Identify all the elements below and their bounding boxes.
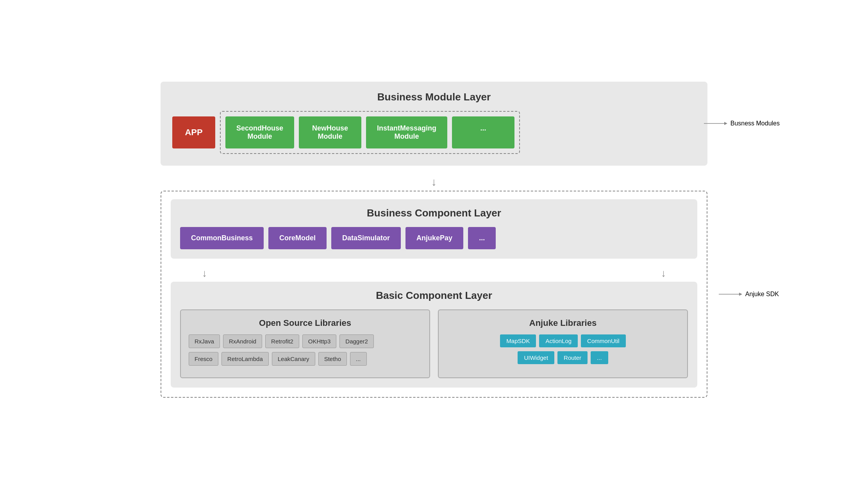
anjuke-row2: UIWidget Router ... [447, 351, 679, 364]
tag-leakcanary: LeakCanary [272, 352, 315, 366]
module-ellipsis: ... [452, 116, 514, 148]
open-source-title: Open Source Libraries [189, 318, 421, 328]
diagram-wrapper: Business Module Layer APP SecondHouseMod… [161, 82, 707, 398]
component-ellipsis: ... [468, 227, 496, 249]
component-anjukepay: AnjukePay [405, 227, 463, 249]
anjuke-sdk-wrapper: Anjuke SDK Business Component Layer Comm… [161, 191, 707, 398]
libraries-row: Open Source Libraries RxJava RxAndroid R… [180, 309, 688, 378]
module-secondhouse: SecondHouseModule [225, 116, 294, 148]
module-row: APP SecondHouseModule NewHouseModule Ins… [172, 111, 696, 154]
svg-marker-3 [739, 293, 742, 296]
business-module-annotation: Busness Modules [704, 120, 780, 127]
tag-dagger2: Dagger2 [339, 334, 374, 348]
arrow-line-icon [704, 121, 727, 126]
open-source-libraries-box: Open Source Libraries RxJava RxAndroid R… [180, 309, 430, 378]
anjuke-libraries-box: Anjuke Libraries MapSDK ActionLog Common… [438, 309, 688, 378]
basic-component-layer: Basic Component Layer Open Source Librar… [171, 282, 697, 388]
module-instantmessaging: InstantMessagingModule [366, 116, 447, 148]
arrows-row: ↓ ↓ [171, 265, 697, 282]
business-module-title: Business Module Layer [172, 91, 696, 103]
tag-open-ellipsis: ... [350, 352, 367, 366]
business-component-title: Business Component Layer [180, 207, 688, 219]
open-source-row1: RxJava RxAndroid Retrofit2 OKHttp3 Dagge… [189, 334, 421, 348]
dashed-modules-group: SecondHouseModule NewHouseModule Instant… [220, 111, 520, 154]
tag-mapsdk: MapSDK [500, 334, 536, 347]
anjuke-sdk-label: Anjuke SDK [745, 291, 779, 298]
tag-fresco: Fresco [189, 352, 218, 366]
open-source-row2: Fresco RetroLambda LeakCanary Stetho ... [189, 352, 421, 366]
tag-retrolambda: RetroLambda [221, 352, 269, 366]
tag-router: Router [557, 351, 588, 364]
tag-okhttp3: OKHttp3 [302, 334, 337, 348]
component-coremodel: CoreModel [268, 227, 327, 249]
tag-retrofit2: Retrofit2 [265, 334, 299, 348]
basic-component-title: Basic Component Layer [180, 290, 688, 302]
arrow-line-icon-2 [719, 291, 742, 297]
tag-rxjava: RxJava [189, 334, 220, 348]
anjuke-sdk-annotation: Anjuke SDK [719, 291, 779, 298]
business-modules-label: Busness Modules [730, 120, 780, 127]
component-datasimulator: DataSimulator [331, 227, 401, 249]
anjuke-row1: MapSDK ActionLog CommonUtil [447, 334, 679, 347]
module-newhouse: NewHouseModule [299, 116, 361, 148]
tag-stetho: Stetho [318, 352, 347, 366]
tag-anjuke-ellipsis: ... [591, 351, 608, 364]
component-row: CommonBusiness CoreModel DataSimulator A… [180, 227, 688, 249]
anjuke-libraries-title: Anjuke Libraries [447, 318, 679, 328]
arrow-down-1: ↓ [161, 177, 707, 188]
tag-actionlog: ActionLog [539, 334, 578, 347]
svg-marker-1 [724, 122, 727, 125]
business-module-layer: Business Module Layer APP SecondHouseMod… [161, 82, 707, 166]
arrow-down-left: ↓ [202, 265, 207, 282]
business-component-layer: Business Component Layer CommonBusiness … [171, 199, 697, 259]
arrow-down-right: ↓ [661, 265, 666, 282]
tag-commonutil: CommonUtil [581, 334, 626, 347]
component-commonbusiness: CommonBusiness [180, 227, 264, 249]
tag-uiwidget: UIWidget [518, 351, 554, 364]
app-box: APP [172, 116, 215, 148]
tag-rxandroid: RxAndroid [223, 334, 262, 348]
